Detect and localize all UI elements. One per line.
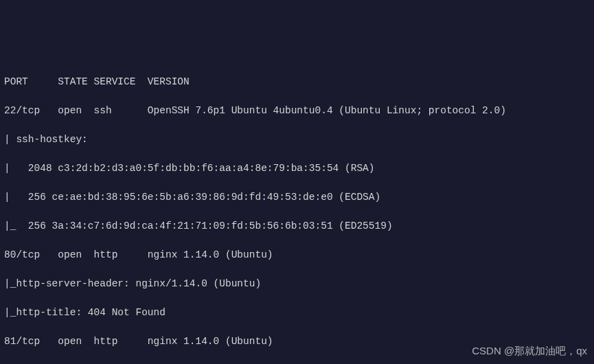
rsa-key-line: | 2048 c3:2d:b2:d3:a0:5f:db:bb:f6:aa:a4:… [4, 161, 590, 176]
watermark: CSDN @那就加油吧，qx [472, 343, 587, 359]
ssh-hostkey-line: | ssh-hostkey: [4, 133, 590, 147]
port22-line: 22/tcp open ssh OpenSSH 7.6p1 Ubuntu 4ub… [4, 104, 590, 118]
port80-line: 80/tcp open http nginx 1.14.0 (Ubuntu) [4, 248, 590, 262]
terminal-output: PORT STATE SERVICE VERSION 22/tcp open s… [4, 60, 590, 364]
ecdsa-key-line: | 256 ce:ae:bd:38:95:6e:5b:a6:39:86:9d:f… [4, 190, 590, 205]
header-line: PORT STATE SERVICE VERSION [4, 75, 590, 89]
http80-header-line: |_http-server-header: nginx/1.14.0 (Ubun… [4, 277, 590, 291]
http80-title-line: |_http-title: 404 Not Found [4, 306, 590, 320]
ed25519-key-line: |_ 256 3a:34:c7:6d:9d:ca:4f:21:71:09:fd:… [4, 219, 590, 234]
